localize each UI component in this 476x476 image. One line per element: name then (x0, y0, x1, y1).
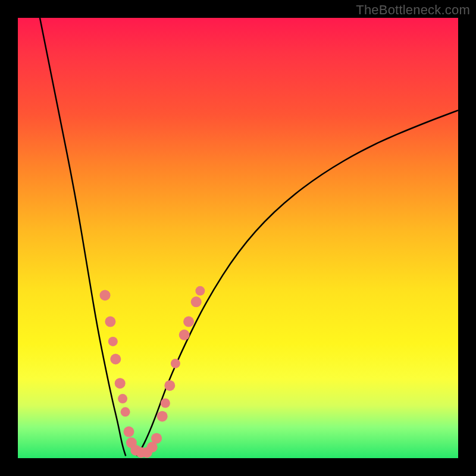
data-marker (161, 399, 170, 408)
data-marker (108, 337, 118, 346)
data-marker (105, 317, 115, 327)
data-marker (164, 380, 175, 391)
data-marker (118, 394, 127, 403)
data-marker (115, 378, 126, 389)
data-marker (179, 330, 190, 340)
chart-frame: TheBottleneck.com (0, 0, 476, 476)
watermark-text: TheBottleneck.com (356, 2, 470, 18)
data-markers (100, 286, 205, 458)
data-marker (110, 354, 121, 365)
data-marker (191, 296, 202, 307)
curve-right (137, 110, 458, 456)
data-marker (100, 290, 111, 300)
data-marker (171, 359, 180, 368)
data-marker (195, 286, 205, 296)
data-marker (151, 433, 162, 444)
chart-svg (18, 18, 458, 458)
data-marker (124, 427, 134, 437)
data-marker (183, 317, 194, 327)
curve-left (40, 18, 126, 456)
plot-area (18, 18, 458, 458)
data-marker (157, 411, 168, 422)
data-marker (121, 407, 130, 416)
